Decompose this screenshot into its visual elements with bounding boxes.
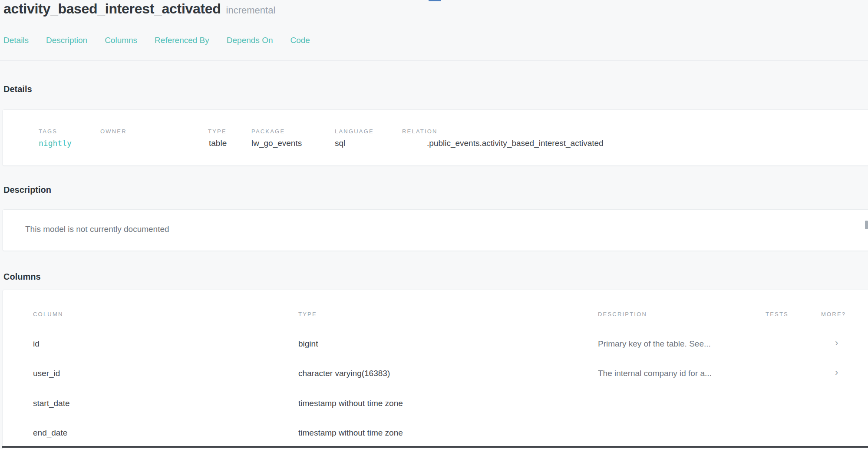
columns-card: COLUMN TYPE DESCRIPTION TESTS MORE? id b… <box>2 290 868 449</box>
bottom-edge-line <box>2 446 868 448</box>
nav-link-description[interactable]: Description <box>46 35 87 46</box>
language-value: sql <box>335 139 345 148</box>
clipped-right-edge-element <box>865 221 868 229</box>
model-name: activity_based_interest_activated <box>3 1 221 17</box>
section-nav: Details Description Columns Referenced B… <box>3 35 310 46</box>
relation-value: .public_events.activity_based_interest_a… <box>427 139 604 148</box>
column-description: The internal company id for a... <box>598 369 712 378</box>
column-name: start_date <box>33 399 70 408</box>
nav-link-details[interactable]: Details <box>3 35 29 46</box>
column-type: timestamp without time zone <box>298 428 403 438</box>
column-name: id <box>33 339 40 349</box>
package-label: PACKAGE <box>251 128 285 135</box>
details-card: TAGS nightly OWNER TYPE table PACKAGE lw… <box>2 109 868 166</box>
nav-link-code[interactable]: Code <box>290 35 310 46</box>
table-row-end-date[interactable]: end_date timestamp without time zone <box>3 425 868 442</box>
column-type: character varying(16383) <box>298 369 390 378</box>
tag-nightly[interactable]: nightly <box>39 139 72 148</box>
owner-label: OWNER <box>100 128 127 135</box>
materialization-badge: incremental <box>226 5 276 16</box>
nav-link-referenced-by[interactable]: Referenced By <box>155 35 209 46</box>
column-name: user_id <box>33 369 60 378</box>
table-row-id[interactable]: id bigint Primary key of the table. See.… <box>3 336 868 353</box>
column-header-description: DESCRIPTION <box>598 311 647 317</box>
columns-section-heading: Columns <box>3 272 41 282</box>
relation-label: RELATION <box>402 128 438 135</box>
type-label: TYPE <box>208 128 227 135</box>
table-row-user-id[interactable]: user_id character varying(16383) The int… <box>3 365 868 383</box>
column-description: Primary key of the table. See... <box>598 339 711 349</box>
column-name: end_date <box>33 428 67 438</box>
column-header-name: COLUMN <box>33 311 63 317</box>
package-value: lw_go_events <box>251 139 302 148</box>
page-title: activity_based_interest_activatedincreme… <box>3 1 275 17</box>
clipped-top-element <box>429 0 441 1</box>
column-header-more: MORE? <box>821 311 846 317</box>
nav-link-depends-on[interactable]: Depends On <box>227 35 273 46</box>
details-section-heading: Details <box>3 84 32 94</box>
nav-link-columns[interactable]: Columns <box>105 35 137 46</box>
description-text: This model is not currently documented <box>25 224 169 234</box>
description-card: This model is not currently documented <box>2 209 868 251</box>
column-header-tests: TESTS <box>766 311 789 317</box>
nav-divider <box>0 60 868 61</box>
description-section-heading: Description <box>3 185 51 195</box>
chevron-right-icon[interactable]: › <box>835 367 838 378</box>
tags-label: TAGS <box>39 128 57 135</box>
language-label: LANGUAGE <box>335 128 374 135</box>
chevron-right-icon[interactable]: › <box>835 337 838 349</box>
table-row-start-date[interactable]: start_date timestamp without time zone <box>3 395 868 413</box>
column-type: timestamp without time zone <box>298 399 403 408</box>
column-type: bigint <box>298 339 318 349</box>
column-header-type: TYPE <box>298 311 317 317</box>
type-value: table <box>209 139 227 148</box>
